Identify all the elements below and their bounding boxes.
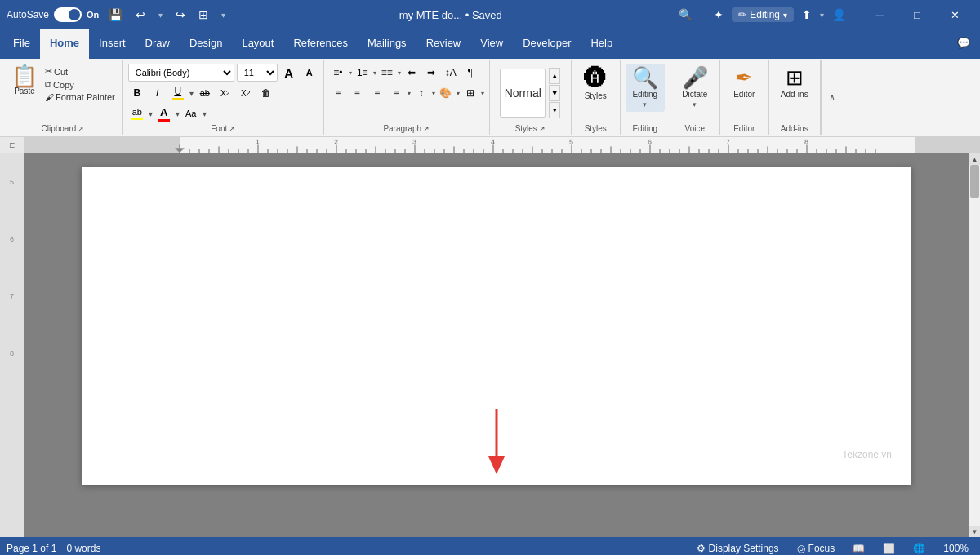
underline-button[interactable]: U — [169, 84, 187, 102]
numbering-dropdown[interactable]: ▾ — [373, 69, 376, 77]
text-highlight-button[interactable]: ab — [128, 104, 146, 122]
numbering-button[interactable]: 1≡ — [354, 64, 372, 82]
print-layout-button[interactable]: ⬜ — [878, 541, 900, 555]
align-right-button[interactable]: ≡ — [368, 84, 386, 102]
format-painter-button[interactable]: 🖌 Format Painter — [42, 91, 118, 103]
view-toggle-icon[interactable]: ⊞ — [195, 7, 212, 23]
highlight-dropdown[interactable]: ▾ — [149, 109, 153, 118]
subscript-button[interactable]: X2 — [216, 84, 234, 102]
justify-button[interactable]: ≡ — [388, 84, 406, 102]
clear-format-button[interactable]: 🗑 — [257, 84, 275, 102]
tab-help[interactable]: Help — [581, 29, 622, 59]
decrease-indent-button[interactable]: ⬅ — [403, 64, 421, 82]
tab-draw[interactable]: Draw — [136, 29, 180, 59]
tab-references[interactable]: References — [283, 29, 357, 59]
font-shrink-button[interactable]: A — [301, 64, 318, 82]
restore-button[interactable]: □ — [898, 0, 936, 29]
align-left-button[interactable]: ≡ — [329, 84, 347, 102]
addins-button[interactable]: ⊞ Add-ins — [774, 64, 815, 102]
minimize-button[interactable]: ─ — [861, 0, 898, 29]
align-dropdown[interactable]: ▾ — [408, 90, 411, 97]
font-color-dropdown[interactable]: ▾ — [176, 109, 180, 118]
tab-view[interactable]: View — [470, 29, 513, 59]
bullets-button[interactable]: ≡• — [329, 64, 347, 82]
style-scroll-up[interactable]: ▲ — [549, 68, 560, 84]
show-hide-button[interactable]: ¶ — [461, 64, 479, 82]
tab-home[interactable]: Home — [40, 29, 89, 59]
tab-insert[interactable]: Insert — [89, 29, 136, 59]
strikethrough-button[interactable]: ab — [196, 84, 214, 102]
autosave-toggle[interactable] — [54, 7, 82, 22]
paste-button[interactable]: 📋 Paste — [8, 64, 41, 97]
toolbar-dropdown-icon[interactable]: ▾ — [218, 9, 229, 21]
change-case-dropdown[interactable]: ▾ — [203, 109, 207, 118]
dictate-button[interactable]: 🎤 Dictate ▾ — [675, 64, 715, 112]
shading-button[interactable]: 🎨 — [437, 84, 455, 102]
align-center-button[interactable]: ≡ — [349, 84, 367, 102]
font-name-select[interactable]: Calibri (Body) — [128, 64, 234, 82]
read-mode-button[interactable]: 📖 — [848, 541, 870, 555]
close-button[interactable]: ✕ — [936, 0, 973, 29]
line-spacing-button[interactable]: ↕ — [412, 84, 430, 102]
tab-comments[interactable]: 💬 — [947, 29, 980, 59]
web-layout-button[interactable]: 🌐 — [908, 541, 930, 555]
editing-big-button[interactable]: 🔍 Editing ▾ — [626, 64, 665, 112]
line-spacing-dropdown[interactable]: ▾ — [432, 90, 435, 97]
save-icon[interactable]: 💾 — [105, 7, 126, 23]
scroll-area[interactable]: Tekzone.vn — [24, 153, 969, 537]
font-size-select[interactable]: 11 — [237, 64, 278, 82]
multilevel-dropdown[interactable]: ▾ — [398, 69, 401, 77]
editor-button[interactable]: ✒ Editor — [725, 64, 763, 102]
share-dropdown-icon[interactable]: ▾ — [820, 11, 824, 20]
search-button[interactable]: 🔍 — [672, 5, 699, 24]
focus-button[interactable]: ◎ Focus — [792, 541, 840, 555]
tab-design[interactable]: Design — [180, 29, 232, 59]
scroll-down-button[interactable]: ▼ — [969, 526, 980, 537]
change-case-button[interactable]: Aa — [182, 104, 200, 122]
sort-button[interactable]: ↕A — [442, 64, 460, 82]
tab-developer[interactable]: Developer — [513, 29, 581, 59]
zoom-level-display[interactable]: 100% — [938, 541, 973, 555]
display-settings-button[interactable]: ⚙ Display Settings — [692, 541, 784, 555]
multilevel-button[interactable]: ≡≡ — [378, 64, 396, 82]
bullets-dropdown[interactable]: ▾ — [349, 69, 352, 77]
style-scroll-down[interactable]: ▼ — [549, 85, 560, 101]
increase-indent-button[interactable]: ➡ — [422, 64, 440, 82]
bold-button[interactable]: B — [128, 84, 146, 102]
tab-mailings[interactable]: Mailings — [358, 29, 416, 59]
font-color-button[interactable]: A — [155, 104, 173, 122]
undo-icon[interactable]: ↩ — [132, 7, 149, 23]
scroll-up-button[interactable]: ▲ — [969, 153, 980, 165]
profile-icon[interactable]: 👤 — [827, 7, 851, 23]
tab-review[interactable]: Review — [416, 29, 471, 59]
copilot-icon[interactable]: ✦ — [709, 7, 728, 23]
ribbon-collapse-button[interactable]: ∧ — [821, 60, 844, 135]
superscript-button[interactable]: X2 — [237, 84, 255, 102]
document-page[interactable]: Tekzone.vn — [82, 166, 911, 485]
styles-big-button[interactable]: 🅐 Styles — [577, 64, 614, 104]
font-grow-button[interactable]: A — [280, 64, 298, 82]
paragraph-expand-icon[interactable]: ↗ — [423, 125, 430, 133]
redo-icon[interactable]: ↪ — [172, 7, 189, 23]
dictate-dropdown[interactable]: ▾ — [693, 100, 697, 109]
shading-dropdown[interactable]: ▾ — [457, 90, 460, 97]
underline-dropdown[interactable]: ▾ — [189, 89, 194, 98]
cut-button[interactable]: ✂ Cut — [42, 65, 118, 78]
editing-mode-button[interactable]: ✏ Editing ▾ — [732, 7, 794, 22]
borders-dropdown[interactable]: ▾ — [481, 90, 484, 97]
clipboard-expand-icon[interactable]: ↗ — [78, 125, 84, 133]
normal-style-box[interactable]: Normal — [500, 69, 546, 118]
copy-button[interactable]: ⧉ Copy — [42, 78, 118, 91]
scroll-thumb[interactable] — [970, 165, 979, 198]
italic-button[interactable]: I — [149, 84, 167, 102]
editing-big-dropdown[interactable]: ▾ — [643, 100, 647, 109]
tab-layout[interactable]: Layout — [232, 29, 283, 59]
borders-button[interactable]: ⊞ — [461, 84, 479, 102]
ruler-corner-icon[interactable]: ⊏ — [9, 141, 16, 149]
share-icon[interactable]: ⬆ — [797, 7, 817, 23]
font-expand-icon[interactable]: ↗ — [229, 125, 235, 133]
styles-expand-icon[interactable]: ↗ — [539, 125, 546, 133]
undo-dropdown-icon[interactable]: ▾ — [155, 9, 166, 21]
tab-file[interactable]: File — [3, 29, 40, 59]
style-more[interactable]: ▾ — [549, 102, 560, 118]
